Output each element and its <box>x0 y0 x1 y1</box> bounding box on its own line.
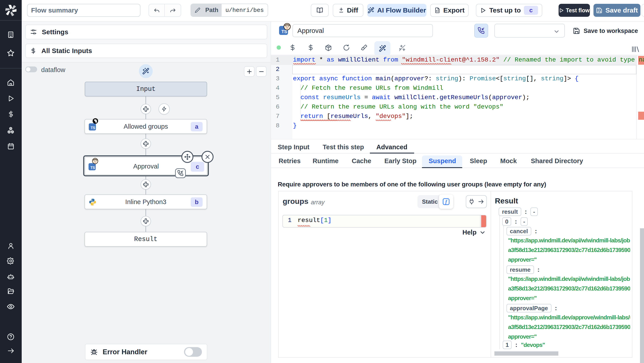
svg-text:f: f <box>445 199 448 205</box>
